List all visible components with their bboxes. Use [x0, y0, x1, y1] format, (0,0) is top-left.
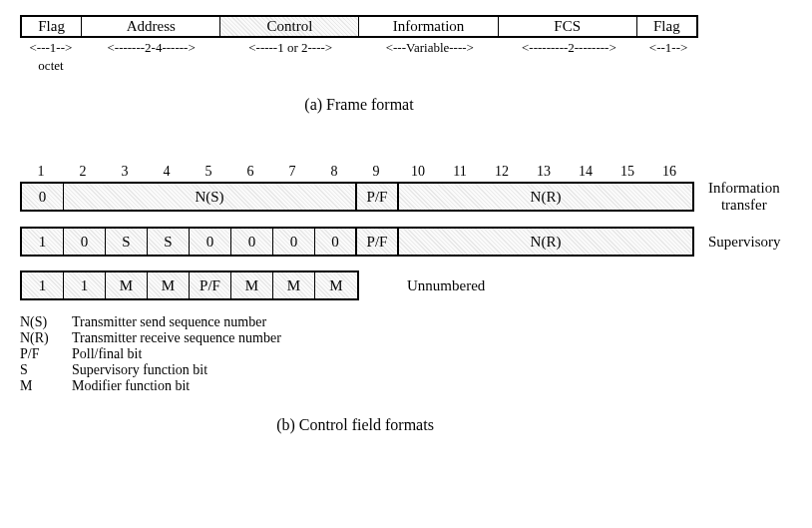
frame-cell-fcs: FCS	[499, 17, 637, 36]
width-info: <---Variable---->	[360, 40, 500, 56]
bit-14: 14	[565, 164, 607, 180]
frame-cell-control: Control	[220, 17, 359, 36]
width-control: <-----1 or 2---->	[220, 40, 360, 56]
bit-header: 1 2 3 4 5 6 7 8 9 10 11 12 13 14 15 16	[20, 164, 690, 180]
info-nr: N(R)	[399, 184, 692, 210]
legend-s: S Supervisory function bit	[20, 362, 798, 378]
legend-pf: P/F Poll/final bit	[20, 346, 798, 362]
sup-z1: 0	[190, 229, 231, 255]
unn-label: Unnumbered	[407, 277, 485, 294]
sup-bit2: 0	[64, 229, 106, 255]
bit-2: 2	[62, 164, 104, 180]
bit-9: 9	[355, 164, 397, 180]
legend-s-desc: Supervisory function bit	[72, 362, 207, 378]
sup-pf: P/F	[357, 229, 399, 255]
legend-s-key: S	[20, 362, 72, 378]
unnumbered-row: 1 1 M M P/F M M M Unnumbered	[20, 270, 798, 300]
caption-a: (a) Frame format	[20, 96, 698, 114]
bit-10: 10	[397, 164, 439, 180]
legend-ns-key: N(S)	[20, 314, 72, 330]
info-label-line1: Information	[708, 180, 780, 197]
unn-pf: P/F	[190, 272, 231, 298]
bit-11: 11	[439, 164, 481, 180]
supervisory-row: 1 0 S S 0 0 0 0 P/F N(R) Supervisory	[20, 227, 798, 257]
legend-nr: N(R) Transmitter receive sequence number	[20, 330, 798, 346]
bit-13: 13	[523, 164, 565, 180]
unn-m2: M	[148, 272, 190, 298]
frame-widths-row: <---1--> <-------2-4------> <-----1 or 2…	[20, 40, 698, 56]
frame-octet-row: octet	[20, 58, 698, 74]
sup-z2: 0	[231, 229, 273, 255]
legend-pf-desc: Poll/final bit	[72, 346, 142, 362]
frame-cell-flag1: Flag	[22, 17, 82, 36]
legend-pf-key: P/F	[20, 346, 72, 362]
legend-ns: N(S) Transmitter send sequence number	[20, 314, 798, 330]
legend-nr-desc: Transmitter receive sequence number	[72, 330, 281, 346]
info-ns: N(S)	[64, 184, 357, 210]
width-address: <-------2-4------>	[82, 40, 221, 56]
bit-5: 5	[188, 164, 229, 180]
frame-cell-flag2: Flag	[637, 17, 696, 36]
width-flag1: <---1-->	[20, 40, 82, 56]
unn-bit1: 1	[22, 272, 64, 298]
unn-m1: M	[106, 272, 148, 298]
sup-z3: 0	[273, 229, 315, 255]
legend-m: M Modifier function bit	[20, 378, 798, 394]
frame-row: Flag Address Control Information FCS Fla…	[20, 15, 698, 38]
frame-cell-information: Information	[359, 17, 498, 36]
info-bit1: 0	[22, 184, 64, 210]
legend-nr-key: N(R)	[20, 330, 72, 346]
info-pf: P/F	[357, 184, 399, 210]
legend-ns-desc: Transmitter send sequence number	[72, 314, 266, 330]
bit-6: 6	[229, 164, 271, 180]
bit-12: 12	[481, 164, 523, 180]
bit-1: 1	[20, 164, 62, 180]
info-label: Information transfer	[708, 180, 780, 213]
info-label-line2: transfer	[708, 197, 780, 214]
sup-z4: 0	[315, 229, 357, 255]
legend-m-desc: Modifier function bit	[72, 378, 190, 394]
sup-nr: N(R)	[399, 229, 692, 255]
bit-15: 15	[607, 164, 648, 180]
sup-bit1: 1	[22, 229, 64, 255]
width-flag2: <--1-->	[638, 40, 698, 56]
frame-format-section: Flag Address Control Information FCS Fla…	[20, 15, 698, 114]
octet-label: octet	[20, 58, 82, 74]
bit-16: 16	[648, 164, 690, 180]
unn-m3: M	[231, 272, 273, 298]
info-transfer-row: 0 N(S) P/F N(R) Information transfer	[20, 180, 798, 213]
unn-bit2: 1	[64, 272, 106, 298]
bit-7: 7	[271, 164, 313, 180]
caption-b: (b) Control field formats	[20, 416, 690, 434]
sup-label: Supervisory	[708, 234, 781, 251]
bit-3: 3	[104, 164, 146, 180]
bit-4: 4	[146, 164, 188, 180]
legend: N(S) Transmitter send sequence number N(…	[20, 314, 798, 394]
bit-8: 8	[313, 164, 355, 180]
control-field-section: 1 2 3 4 5 6 7 8 9 10 11 12 13 14 15 16 0…	[20, 164, 798, 434]
unn-m5: M	[315, 272, 357, 298]
sup-s1: S	[106, 229, 148, 255]
unn-m4: M	[273, 272, 315, 298]
width-fcs: <---------2-------->	[500, 40, 639, 56]
legend-m-key: M	[20, 378, 72, 394]
frame-cell-address: Address	[82, 17, 220, 36]
sup-s2: S	[148, 229, 190, 255]
